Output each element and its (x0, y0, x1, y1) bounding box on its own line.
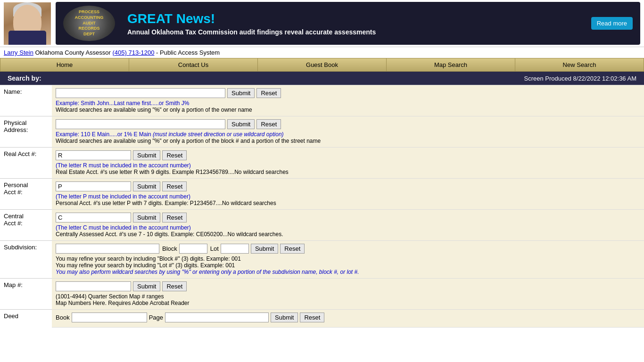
real-acct-input-cell: Submit Reset (The letter R must be inclu… (52, 148, 644, 179)
personal-acct-row: Personal Acct #: Submit Reset (The lette… (0, 179, 644, 210)
address-input[interactable] (56, 119, 225, 129)
personal-acct-submit-button[interactable]: Submit (133, 181, 160, 191)
deed-reset-button[interactable]: Reset (300, 313, 324, 322)
map-submit-button[interactable]: Submit (133, 281, 160, 291)
nav-new-search[interactable]: New Search (515, 58, 644, 71)
map-label: Map #: (0, 279, 52, 310)
map-reset-button[interactable]: Reset (162, 281, 187, 291)
address-submit-button[interactable]: Submit (227, 119, 255, 129)
real-acct-submit-button[interactable]: Submit (133, 150, 160, 160)
map-hint2: Map Numbers Here. Requires Adobe Acrobat… (56, 300, 640, 306)
tagline-text: Oklahoma County Assessor (33, 49, 113, 56)
subdivision-reset-button[interactable]: Reset (280, 244, 305, 254)
nav-home[interactable]: Home (0, 58, 129, 71)
search-table: Name: Submit Reset Example: Smith John..… (0, 85, 644, 328)
central-acct-reset-button[interactable]: Reset (162, 213, 187, 222)
deed-submit-button[interactable]: Submit (271, 313, 298, 322)
deed-row: Deed Book Page Submit Reset (0, 310, 644, 328)
search-by-label: Search by: (0, 72, 49, 85)
tagline-suffix: - Public Access System (154, 49, 220, 56)
personal-acct-input-cell: Submit Reset (The letter P must be inclu… (52, 179, 644, 210)
nav-contact-us[interactable]: Contact Us (129, 58, 258, 71)
map-row: Map #: Submit Reset (1001-4944) Quarter … (0, 279, 644, 310)
personal-acct-reset-button[interactable]: Reset (162, 181, 187, 191)
name-label: Name: (0, 85, 52, 116)
deed-input-cell: Book Page Submit Reset (52, 310, 644, 328)
banner-title: GREAT News! (127, 11, 582, 26)
address-hint1: Example: 110 E Main.....or 1% E Main (mu… (56, 131, 640, 138)
lot-input[interactable] (221, 244, 249, 254)
nav-guest-book[interactable]: Guest Book (258, 58, 387, 71)
banner-subtitle: Annual Oklahoma Tax Commission audit fin… (127, 28, 582, 36)
address-row: Physical Address: Submit Reset Example: … (0, 116, 644, 148)
block-input[interactable] (179, 244, 207, 254)
real-acct-label: Real Acct #: (0, 148, 52, 179)
personal-acct-label: Personal Acct #: (0, 179, 52, 210)
subdivision-input[interactable] (56, 244, 159, 254)
lot-label: Lot (210, 245, 219, 252)
assessor-name-link[interactable]: Larry Stein (4, 49, 33, 56)
address-reset-button[interactable]: Reset (256, 119, 281, 129)
name-row: Name: Submit Reset Example: Smith John..… (0, 85, 644, 116)
personal-acct-hint2: Personal Acct. #'s use letter P with 7 d… (56, 200, 640, 206)
screen-produced: Screen Produced 8/22/2022 12:02:36 AM (516, 72, 644, 85)
phone-link[interactable]: (405) 713-1200 (113, 49, 155, 56)
subdivision-label: Subdivision: (0, 241, 52, 279)
address-input-cell: Submit Reset Example: 110 E Main.....or … (52, 116, 644, 148)
personal-acct-input[interactable] (56, 181, 131, 191)
real-acct-hint2: Real Estate Acct. #'s use letter R with … (56, 169, 640, 175)
read-more-button[interactable]: Read more (591, 17, 633, 30)
map-input-cell: Submit Reset (1001-4944) Quarter Section… (52, 279, 644, 310)
name-input[interactable] (56, 88, 225, 98)
deed-book-input[interactable] (72, 313, 147, 322)
navigation: Home Contact Us Guest Book Map Search Ne… (0, 58, 644, 72)
personal-acct-hint1: (The letter P must be included in the ac… (56, 193, 640, 200)
subdivision-submit-button[interactable]: Submit (251, 244, 278, 254)
subdivision-hint1: You may refine your search by including … (56, 255, 640, 262)
central-acct-hint1: (The letter C must be included in the ac… (56, 224, 640, 231)
name-reset-button[interactable]: Reset (256, 88, 281, 98)
central-acct-submit-button[interactable]: Submit (133, 213, 160, 222)
name-input-cell: Submit Reset Example: Smith John...Last … (52, 85, 644, 116)
central-acct-row: Central Acct #: Submit Reset (The letter… (0, 210, 644, 241)
block-label: Block (162, 245, 177, 252)
nav-map-search[interactable]: Map Search (387, 58, 515, 71)
name-submit-button[interactable]: Submit (227, 88, 255, 98)
subdivision-row: Subdivision: Block Lot Submit Reset You … (0, 241, 644, 279)
address-label: Physical Address: (0, 116, 52, 148)
deed-page-label: Page (149, 314, 163, 321)
name-hint1: Example: Smith John...Last name first...… (56, 100, 640, 107)
map-input[interactable] (56, 281, 131, 291)
subdivision-hint2: You may refine your search by including … (56, 262, 640, 269)
search-by-bar: Search by: Screen Produced 8/22/2022 12:… (0, 72, 644, 85)
real-acct-hint1: (The letter R must be included in the ac… (56, 162, 640, 169)
deed-label: Deed (0, 310, 52, 328)
map-hint1: (1001-4944) Quarter Section Map # ranges (56, 293, 640, 300)
real-acct-input[interactable] (56, 150, 131, 160)
real-acct-row: Real Acct #: Submit Reset (The letter R … (0, 148, 644, 179)
deed-page-input[interactable] (165, 313, 269, 322)
tagline: Larry Stein Oklahoma County Assessor (40… (0, 47, 644, 58)
subdivision-hint3: You may also perform wildcard searches b… (56, 269, 640, 275)
central-acct-input-cell: Submit Reset (The letter C must be inclu… (52, 210, 644, 241)
central-acct-hint2: Centrally Assessed Acct. #'s use 7 - 10 … (56, 231, 640, 238)
subdivision-input-cell: Block Lot Submit Reset You may refine yo… (52, 241, 644, 279)
deed-book-label: Book (56, 314, 70, 321)
real-acct-reset-button[interactable]: Reset (162, 150, 187, 160)
address-hint2: Wildcard searches are available using "%… (56, 138, 640, 144)
central-acct-label: Central Acct #: (0, 210, 52, 241)
central-acct-input[interactable] (56, 213, 131, 222)
name-hint2: Wildcard searches are available using "%… (56, 107, 640, 113)
